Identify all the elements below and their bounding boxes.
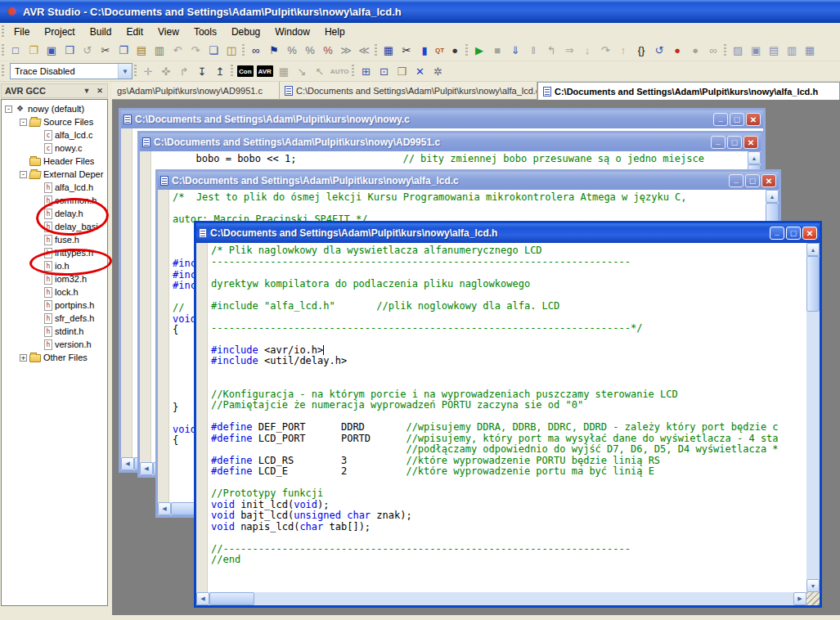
scroll-right-icon[interactable] [793,592,806,605]
step-over-icon[interactable]: ↷ [596,43,614,59]
trace-window-icon[interactable]: ⊞ [357,63,375,79]
minimize-button[interactable] [770,227,784,240]
tree-item-alfa-lcd-c[interactable]: calfa_lcd.c [2,128,107,142]
step-into-icon[interactable]: ↓ [578,43,596,59]
tree-item-fuse-h[interactable]: hfuse.h [2,233,107,246]
window-titlebar-alfa-lcd-h[interactable]: C:\Documents and Settings\Adam\Pulpit\ku… [196,223,820,243]
cascade-windows-icon[interactable]: ❏ [204,43,222,59]
stop-icon[interactable]: ■ [488,43,506,59]
tree-item-stdint-h[interactable]: hstdint.h [2,325,107,338]
save-all-icon[interactable]: ❒ [61,43,79,59]
find-in-files-icon[interactable]: ◫ [222,43,240,59]
panel-menu-icon[interactable] [81,85,92,97]
start-trace-icon[interactable]: ⊡ [375,63,393,79]
paste-icon[interactable]: ▤ [133,43,150,59]
menu-project[interactable]: Project [37,25,82,39]
undo-icon[interactable]: ↶ [168,43,186,59]
collapse-icon[interactable]: - [20,171,27,178]
tree-item-portpins-h[interactable]: hportpins.h [2,299,107,312]
redo-icon[interactable]: ↷ [186,43,204,59]
maximize-button[interactable] [745,174,760,187]
window-titlebar-nowy-c[interactable]: C:\Documents and Settings\Adam\Pulpit\ku… [121,110,763,128]
menu-window[interactable]: Window [267,25,317,39]
scroll-up-icon[interactable] [806,243,820,256]
close-button[interactable] [746,113,761,126]
menu-edit[interactable]: Edit [119,25,150,39]
registers-grid-icon[interactable]: ▦ [380,43,398,59]
unpin-icon[interactable]: ✜ [157,63,175,79]
horizontal-scrollbar[interactable] [196,592,806,605]
memory-view-icon[interactable]: ▦ [801,43,819,59]
reset-icon[interactable]: ↺ [650,43,668,59]
settings-gear-icon[interactable]: ✲ [429,63,447,79]
menu-file[interactable]: File [7,25,37,39]
run-icon[interactable]: ▶ [470,43,488,59]
tree-item-sfr-defs-h[interactable]: hsfr_defs.h [2,312,107,325]
close-button[interactable] [802,227,817,240]
document-tab-3[interactable]: C:\Documents and Settings\Adam\Pulpit\ku… [537,82,840,100]
scroll-left-icon[interactable] [121,457,134,470]
revert-icon[interactable]: ↺ [79,43,97,59]
scroll-down-icon[interactable] [806,579,820,592]
document-tab-2[interactable]: C:\Documents and Settings\Adam\Pulpit\ku… [280,82,537,100]
tree-item-other-files[interactable]: +Other Files [2,351,107,364]
menu-help[interactable]: Help [317,25,353,39]
auto-badge[interactable]: AUTO [329,63,351,79]
output-window-icon[interactable]: ▣ [747,43,765,59]
tree-item-nowy-c[interactable]: cnowy.c [2,142,107,155]
qt-badge[interactable]: QT [433,43,446,59]
branch-out-icon[interactable]: ↘ [293,63,311,79]
find-icon[interactable]: ∞ [247,43,265,59]
expand-icon[interactable]: + [20,354,27,362]
toggle-breakpoint-icon[interactable]: ● [668,43,686,59]
indent-icon[interactable]: ≫ [337,43,355,59]
stack-view-icon[interactable]: ❒ [393,63,411,79]
prev-bookmark-icon[interactable]: % [301,43,319,59]
maximize-button[interactable] [730,113,744,126]
tree-item-version-h[interactable]: hversion.h [2,338,107,351]
run-to-cursor-icon[interactable]: ⇒ [560,43,578,59]
branch-in-icon[interactable]: ↖ [311,63,329,79]
combo-dropdown-icon[interactable] [118,64,132,79]
menu-debug[interactable]: Debug [224,25,267,39]
scroll-up-icon[interactable] [766,190,779,203]
minimize-button[interactable] [729,174,743,187]
cut-icon[interactable]: ✂ [97,43,115,59]
close-button[interactable] [761,174,776,187]
minimize-button[interactable] [713,113,728,126]
pause-icon[interactable]: ‖ [524,43,542,59]
resize-grip[interactable] [806,592,820,605]
menu-view[interactable]: View [150,25,186,39]
pin-icon[interactable]: ✛ [139,63,157,79]
avr-badge[interactable]: AVR [257,65,273,77]
io-view-icon[interactable]: ▤ [765,43,783,59]
trace-combo[interactable]: Trace Disabled [10,63,133,79]
scroll-left-icon[interactable] [158,502,171,515]
window-titlebar-ad9951-c[interactable]: C:\Documents and Settings\Adam\Pulpit\ku… [140,133,761,151]
step-out-icon[interactable]: ↑ [614,43,632,59]
tree-item-lock-h[interactable]: hlock.h [2,285,107,299]
remove-breakpoints-icon[interactable]: ● [686,43,704,59]
clear-trace-icon[interactable]: ✕ [411,63,429,79]
quickwatch-icon[interactable]: ∞ [704,43,722,59]
panel-close-icon[interactable] [94,85,106,97]
next-bookmark-icon[interactable]: % [283,43,301,59]
tree-item-nowy-default[interactable]: -❖nowy (default) [2,102,107,115]
clear-bookmarks-icon[interactable]: % [319,43,337,59]
window-titlebar-alfa-lcd-c[interactable]: C:\Documents and Settings\Adam\Pulpit\ku… [158,172,779,190]
disassembler-window-icon[interactable]: ▨ [729,43,747,59]
outdent-icon[interactable]: ≪ [355,43,373,59]
vertical-scrollbar[interactable] [806,243,820,592]
open-file-icon[interactable]: ❐ [25,43,43,59]
app-titlebar[interactable]: ✹ AVR Studio - C:\Documents and Settings… [0,0,840,23]
battery-icon[interactable]: ▮ [416,43,433,59]
document-tab-1[interactable]: gs\Adam\Pulpit\kurs\nowy\AD9951.c [112,82,280,100]
menu-tools[interactable]: Tools [186,25,224,39]
close-button[interactable] [743,136,758,149]
project-panel-header[interactable]: AVR GCC [1,83,108,98]
scrollbar-thumb[interactable] [209,592,254,605]
save-icon[interactable]: ▣ [43,43,61,59]
build-icon[interactable]: ⇓ [506,43,524,59]
tree-item-alfa-lcd-h[interactable]: halfa_lcd.h [2,181,107,194]
tree-item-external-deper[interactable]: -External Deper [2,168,107,181]
